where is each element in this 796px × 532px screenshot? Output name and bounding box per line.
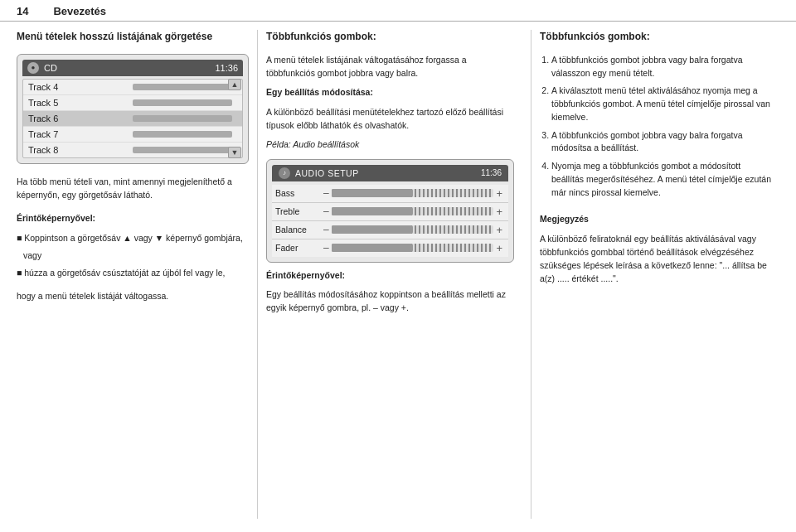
- col-left-body1: Ha több menü tételi van, mint amennyi me…: [17, 176, 249, 206]
- audio-header: ♪ AUDIO SETUP 11:36: [272, 165, 508, 181]
- step-item: Nyomja meg a többfunkciós gombot a módos…: [551, 160, 771, 199]
- audio-row: Bass – +: [272, 185, 508, 203]
- slider-plus-button[interactable]: +: [496, 224, 502, 236]
- col-mid-subtitle1: Egy beállítás módosítása:: [266, 86, 514, 99]
- steps-list: A többfunkciós gombot jobbra vagy balra …: [540, 54, 771, 205]
- slider-plus-button[interactable]: +: [496, 242, 502, 254]
- track-progress-bar: [133, 99, 232, 106]
- slider-plus-button[interactable]: +: [496, 187, 502, 200]
- page-header: 14 Bevezetés: [0, 0, 796, 22]
- audio-row-label: Bass: [275, 188, 321, 198]
- step-item: A többfunkciós gombot jobbra vagy balra …: [551, 54, 771, 80]
- step-item: A többfunkciós gombot jobbra vagy balra …: [551, 129, 771, 156]
- col-left-body2: hogy a menü tételek listáját váltogassa.: [17, 290, 249, 303]
- slider-track[interactable]: [332, 207, 494, 215]
- note-title: Megjegyzés: [540, 214, 771, 224]
- col-mid-body1: A menü tételek listájának váltogatásához…: [266, 54, 514, 80]
- audio-row-label: Treble: [275, 206, 321, 216]
- track-item[interactable]: Track 6: [23, 111, 242, 127]
- audio-row-label: Balance: [275, 225, 321, 235]
- track-item[interactable]: Track 5: [23, 95, 242, 111]
- main-content: Menü tételek hosszú listájának görgetése…: [0, 22, 796, 527]
- track-name: Track 7: [28, 129, 128, 139]
- col-mid-title1: Többfunkciós gombok:: [266, 30, 514, 44]
- col-left-bullets: ■ Koppintson a görgetősáv ▲ vagy ▼ képer…: [17, 232, 249, 283]
- col-mid-body3: Egy beállítás módosításához koppintson a…: [266, 288, 514, 315]
- track-name: Track 8: [28, 145, 128, 155]
- audio-row: Fader – +: [272, 239, 508, 257]
- col-right-title1: Többfunkciós gombok:: [540, 30, 771, 44]
- track-item[interactable]: Track 4: [23, 80, 242, 95]
- cd-header: ● CD 11:36: [22, 60, 243, 76]
- slider-track[interactable]: [332, 189, 494, 197]
- step-item: A kiválasztott menü tétel aktiválásához …: [551, 85, 771, 123]
- audio-row: Balance – +: [272, 221, 508, 239]
- track-name: Track 5: [28, 98, 128, 108]
- slider-track[interactable]: [332, 225, 494, 234]
- cd-disc-icon: ●: [27, 62, 39, 74]
- track-name: Track 4: [28, 82, 128, 92]
- audio-time: 11:36: [481, 168, 502, 177]
- track-progress-bar: [133, 131, 232, 138]
- audio-row-label: Fader: [275, 243, 321, 253]
- col-left-subtitle1: Érintőképernyővel:: [17, 212, 249, 225]
- page-number: 14: [17, 5, 28, 17]
- track-list: Track 4Track 5Track 6Track 7Track 8: [22, 79, 243, 158]
- col-mid-subtitle2: Érintőképernyővel:: [266, 269, 514, 283]
- track-progress-bar: [133, 115, 232, 122]
- col-left: Menü tételek hosszú listájának görgetése…: [17, 30, 249, 519]
- audio-title: AUDIO SETUP: [295, 168, 481, 178]
- slider-minus-button[interactable]: –: [323, 242, 329, 254]
- col-right: Többfunkciós gombok: A többfunkciós gomb…: [531, 30, 779, 519]
- audio-icon: ♪: [279, 167, 290, 179]
- note-body: A különböző feliratoknál egy beállítás a…: [540, 233, 771, 285]
- audio-setup: ♪ AUDIO SETUP 11:36 Bass – + Treble – + …: [266, 159, 514, 263]
- page-chapter: Bevezetés: [53, 5, 106, 17]
- col-mid: Többfunkciós gombok: A menü tételek list…: [257, 30, 522, 519]
- col-left-title: Menü tételek hosszú listájának görgetése: [17, 30, 249, 44]
- cd-label: CD: [44, 63, 215, 73]
- slider-minus-button[interactable]: –: [323, 224, 329, 235]
- audio-row: Treble – +: [272, 203, 508, 221]
- cd-player: ● CD 11:36 Track 4Track 5Track 6Track 7T…: [17, 54, 249, 164]
- col-mid-example: Példa: Audio beállítások: [266, 139, 514, 149]
- track-list-wrapper: Track 4Track 5Track 6Track 7Track 8 ▲ ▼: [22, 79, 243, 158]
- track-name: Track 6: [28, 114, 128, 123]
- track-progress-bar: [133, 84, 232, 90]
- slider-minus-button[interactable]: –: [323, 206, 329, 217]
- track-item[interactable]: Track 8: [23, 143, 242, 157]
- slider-minus-button[interactable]: –: [323, 187, 329, 199]
- track-progress-bar: [133, 147, 232, 153]
- cd-time: 11:36: [215, 63, 238, 73]
- slider-plus-button[interactable]: +: [496, 206, 502, 218]
- audio-rows: Bass – + Treble – + Balance – + Fader –: [272, 185, 508, 257]
- slider-track[interactable]: [332, 244, 494, 252]
- track-item[interactable]: Track 7: [23, 127, 242, 143]
- col-mid-body2: A különböző beállítási menütételekhez ta…: [266, 106, 514, 133]
